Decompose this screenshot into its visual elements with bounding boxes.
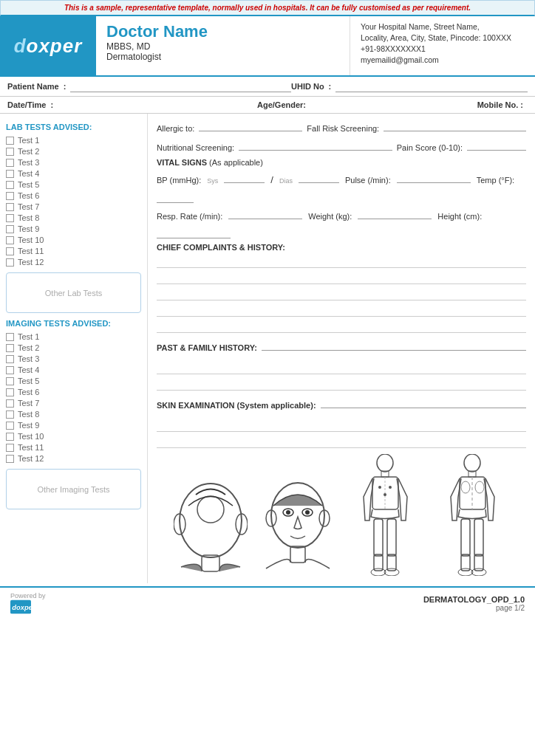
imaging-test-item-8: Test 8 bbox=[6, 410, 141, 419]
svg-point-0 bbox=[180, 484, 242, 557]
lab-test-item-6: Test 6 bbox=[6, 191, 141, 200]
imaging-test-checkbox-9[interactable] bbox=[6, 422, 14, 430]
pulse-input[interactable] bbox=[397, 171, 471, 183]
temp-input[interactable] bbox=[157, 191, 194, 203]
svg-rect-16 bbox=[374, 519, 383, 556]
lab-test-checkbox-12[interactable] bbox=[6, 258, 14, 267]
lab-test-checkbox-2[interactable] bbox=[6, 148, 14, 156]
height-input[interactable] bbox=[157, 227, 231, 238]
lab-test-checkbox-1[interactable] bbox=[6, 137, 14, 145]
svg-point-3 bbox=[197, 496, 224, 523]
imaging-test-checkbox-2[interactable] bbox=[6, 344, 14, 352]
colon-3: : bbox=[50, 100, 53, 109]
footer-logo-container: doxper bbox=[10, 599, 46, 614]
complaint-line-4[interactable] bbox=[157, 303, 526, 317]
lab-test-checkbox-5[interactable] bbox=[6, 181, 14, 189]
imaging-test-checkbox-8[interactable] bbox=[6, 410, 14, 419]
svg-text:doxper: doxper bbox=[12, 604, 31, 611]
lab-test-checkbox-4[interactable] bbox=[6, 170, 14, 178]
allergic-label: Allergic to: bbox=[157, 124, 194, 133]
imaging-test-item-7: Test 7 bbox=[6, 399, 141, 408]
past-history-line-2[interactable] bbox=[157, 377, 526, 391]
imaging-test-label-7: Test 7 bbox=[18, 399, 39, 408]
complaint-line-2[interactable] bbox=[157, 271, 526, 284]
right-panel: Allergic to: Fall Risk Screening: Nutrit… bbox=[148, 114, 535, 583]
lab-test-item-9: Test 9 bbox=[6, 224, 141, 233]
template-id: DERMATOLOGY_OPD_1.0 bbox=[423, 595, 525, 604]
complaint-line-5[interactable] bbox=[157, 320, 526, 333]
imaging-test-checkbox-1[interactable] bbox=[6, 333, 14, 341]
lab-test-checkbox-9[interactable] bbox=[6, 225, 14, 233]
svg-point-36 bbox=[461, 481, 470, 493]
imaging-test-checkbox-12[interactable] bbox=[6, 455, 14, 463]
imaging-test-checkbox-11[interactable] bbox=[6, 444, 14, 452]
complaints-lines bbox=[157, 255, 526, 333]
lab-test-checkbox-3[interactable] bbox=[6, 159, 14, 167]
lab-test-checkbox-10[interactable] bbox=[6, 236, 14, 244]
bp-dias-input[interactable] bbox=[299, 171, 339, 183]
lab-test-item-3: Test 3 bbox=[6, 158, 141, 167]
complaint-line-1[interactable] bbox=[157, 255, 526, 268]
imaging-test-checkbox-6[interactable] bbox=[6, 388, 14, 396]
weight-input[interactable] bbox=[358, 207, 432, 219]
svg-point-9 bbox=[286, 510, 290, 515]
svg-rect-18 bbox=[387, 519, 396, 556]
age-gender-label: Age/Gender: bbox=[257, 100, 306, 109]
vital-signs-title: VITAL SIGNS (As applicable) bbox=[157, 158, 526, 167]
skin-exam-input[interactable] bbox=[321, 396, 526, 408]
imaging-test-label-6: Test 6 bbox=[18, 388, 39, 396]
lab-test-checkbox-11[interactable] bbox=[6, 247, 14, 255]
imaging-tests-list: Test 1Test 2Test 3Test 4Test 5Test 6Test… bbox=[6, 332, 141, 463]
imaging-test-checkbox-5[interactable] bbox=[6, 377, 14, 385]
hospital-line2: Locality, Area, City, State, Pincode: 10… bbox=[361, 33, 525, 42]
weight-label: Weight (kg): bbox=[308, 212, 352, 221]
nutritional-row: Nutritional Screening: Pain Score (0-10)… bbox=[157, 139, 526, 152]
patient-row-2: Date/Time : Age/Gender: Mobile No. : bbox=[0, 97, 535, 114]
pulse-label: Pulse (/min): bbox=[345, 176, 391, 185]
complaint-line-3[interactable] bbox=[157, 287, 526, 300]
past-history-input[interactable] bbox=[262, 339, 526, 351]
logo-box: doxper bbox=[0, 16, 96, 75]
past-history-line-1[interactable] bbox=[157, 361, 526, 374]
lab-test-item-8: Test 8 bbox=[6, 213, 141, 222]
lab-test-label-9: Test 9 bbox=[18, 224, 39, 233]
banner-text: This is a sample, representative templat… bbox=[64, 4, 471, 12]
imaging-test-checkbox-10[interactable] bbox=[6, 433, 14, 441]
nutritional-input[interactable] bbox=[239, 139, 392, 151]
head-top-diagram bbox=[170, 480, 251, 577]
main-content: LAB TESTS ADVISED: Test 1Test 2Test 3Tes… bbox=[0, 114, 535, 583]
skin-exam-line-1[interactable] bbox=[157, 419, 526, 432]
page-number: page 1/2 bbox=[423, 604, 525, 612]
imaging-test-checkbox-7[interactable] bbox=[6, 399, 14, 408]
bp-sys-input[interactable] bbox=[224, 171, 265, 183]
imaging-test-item-3: Test 3 bbox=[6, 354, 141, 363]
resp-row: Resp. Rate (/min): Weight (kg): Height (… bbox=[157, 207, 526, 238]
lab-test-checkbox-6[interactable] bbox=[6, 192, 14, 200]
imaging-test-checkbox-4[interactable] bbox=[6, 366, 14, 374]
doctor-degrees: MBBS, MD bbox=[106, 41, 339, 52]
uhid-input[interactable] bbox=[335, 80, 528, 92]
pain-score-input[interactable] bbox=[467, 139, 526, 151]
head-top-svg bbox=[174, 480, 248, 576]
allergic-input[interactable] bbox=[199, 120, 302, 131]
height-label: Height (cm): bbox=[437, 212, 482, 221]
logo: doxper bbox=[14, 35, 83, 58]
lab-test-label-12: Test 12 bbox=[18, 258, 44, 267]
footer-doxper-logo: doxper bbox=[10, 599, 31, 614]
skin-exam-title: SKIN EXAMINATION (System applicable): bbox=[157, 401, 316, 410]
resp-input[interactable] bbox=[228, 207, 302, 219]
imaging-test-checkbox-3[interactable] bbox=[6, 355, 14, 363]
colon-2: : bbox=[329, 82, 332, 91]
lab-test-checkbox-8[interactable] bbox=[6, 214, 14, 222]
other-imaging-box[interactable]: Other Imaging Tests bbox=[6, 469, 141, 509]
imaging-test-item-6: Test 6 bbox=[6, 388, 141, 396]
fall-risk-input[interactable] bbox=[384, 120, 526, 131]
skin-exam-line-2[interactable] bbox=[157, 435, 526, 448]
patient-row-1: Patient Name : UHID No : bbox=[0, 77, 535, 97]
bp-slash: / bbox=[270, 174, 273, 185]
lab-test-checkbox-7[interactable] bbox=[6, 203, 14, 211]
other-lab-box[interactable]: Other Lab Tests bbox=[6, 272, 141, 313]
patient-name-input[interactable] bbox=[70, 80, 291, 92]
lab-test-item-1: Test 1 bbox=[6, 136, 141, 145]
svg-point-11 bbox=[305, 510, 310, 515]
